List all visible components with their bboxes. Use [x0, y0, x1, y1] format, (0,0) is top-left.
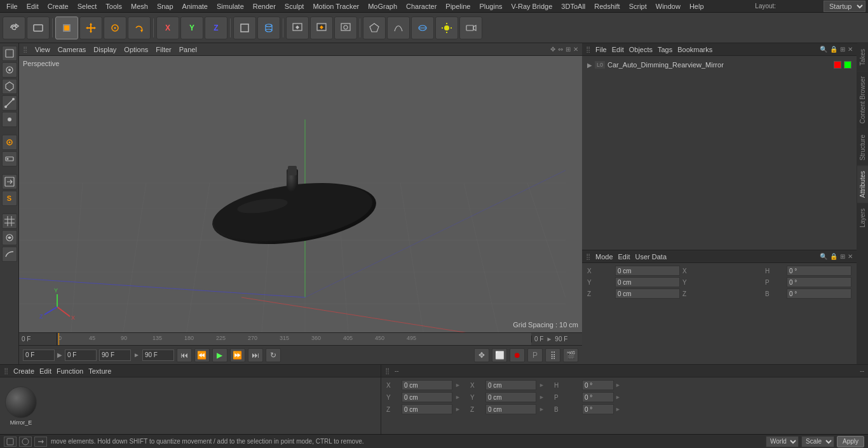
menu-mograph[interactable]: MoGraph — [364, 1, 401, 11]
menu-edit[interactable]: Edit — [23, 1, 43, 11]
y-axis-button[interactable]: Y — [180, 17, 203, 39]
menu-plugins[interactable]: Plugins — [475, 1, 506, 11]
status-icon-1[interactable] — [4, 437, 17, 447]
menu-vray[interactable]: V-Ray Bridge — [508, 1, 557, 11]
attr-b-input[interactable]: 0 ° — [787, 288, 851, 299]
sidebar-poly-btn[interactable] — [2, 79, 17, 94]
attr-menu-edit[interactable]: Edit — [618, 253, 630, 261]
mat-menu-create[interactable]: Create — [13, 367, 34, 375]
record-button[interactable]: ⏺ — [510, 348, 525, 362]
light-button[interactable] — [435, 17, 458, 39]
menu-sculpt[interactable]: Sculpt — [281, 1, 308, 11]
move-button[interactable] — [79, 17, 102, 39]
cg-h-input[interactable] — [582, 380, 614, 390]
om-lock-icon[interactable]: 🔒 — [830, 46, 837, 53]
camera-button[interactable] — [459, 17, 482, 39]
cg-x2-input[interactable] — [485, 380, 536, 390]
attr-p-input[interactable]: 0 ° — [787, 277, 851, 287]
status-icon-2[interactable] — [19, 437, 32, 447]
attr-search-icon[interactable]: 🔍 — [820, 253, 827, 260]
om-menu-objects[interactable]: Objects — [629, 46, 653, 53]
menu-script[interactable]: Script — [625, 1, 651, 11]
sidebar-point-btn[interactable] — [2, 112, 17, 127]
tab-layers[interactable]: Layers — [857, 203, 868, 233]
viewport[interactable]: X Y Z Perspective Grid Spacing : 10 cm — [19, 56, 582, 332]
undo-button[interactable] — [3, 17, 25, 39]
sidebar-snap-btn[interactable] — [2, 135, 17, 150]
om-expand-icon[interactable]: ⊞ — [840, 46, 845, 53]
attr-menu-mode[interactable]: Mode — [595, 253, 613, 261]
render-output-button[interactable] — [334, 17, 357, 39]
attr-lock-icon[interactable]: 🔒 — [830, 253, 837, 260]
render-view-button[interactable] — [310, 17, 333, 39]
cube-button[interactable] — [233, 17, 256, 39]
sidebar-s-btn[interactable]: S — [2, 191, 17, 206]
frame-current-input[interactable] — [65, 350, 97, 361]
cg-z2-input[interactable] — [485, 404, 536, 414]
om-close-icon[interactable]: ✕ — [848, 46, 853, 53]
autokey-button[interactable]: P — [527, 348, 543, 362]
scale-button[interactable] — [104, 17, 126, 39]
menu-render[interactable]: Render — [249, 1, 280, 11]
frame-end-input[interactable] — [142, 350, 174, 361]
mat-menu-texture[interactable]: Texture — [88, 367, 111, 375]
deformer-button[interactable] — [411, 17, 434, 39]
tab-content-browser[interactable]: Content Browser — [857, 71, 868, 128]
prev-frame-button[interactable]: ⏪ — [194, 348, 210, 362]
viewport-menu-panel[interactable]: Panel — [179, 46, 197, 53]
sidebar-solo-btn[interactable] — [2, 151, 17, 166]
menu-animate[interactable]: Animate — [179, 1, 212, 11]
goto-end-button[interactable]: ⏭ — [248, 348, 263, 362]
motion-btn[interactable]: ⣿ — [545, 348, 560, 362]
sidebar-object-btn[interactable] — [2, 46, 17, 61]
menu-pipeline[interactable]: Pipeline — [442, 1, 474, 11]
cg-y-input[interactable] — [402, 392, 452, 402]
sidebar-edge-btn[interactable] — [2, 95, 17, 111]
menu-mesh[interactable]: Mesh — [127, 1, 152, 11]
om-menu-tags[interactable]: Tags — [658, 46, 672, 53]
om-search-icon[interactable]: 🔍 — [820, 46, 827, 53]
cg-y2-input[interactable] — [485, 392, 536, 402]
timeline-ruler[interactable]: 0 45 90 135 180 225 270 315 360 405 450 … — [57, 333, 531, 345]
attr-menu-userdata[interactable]: User Data — [635, 253, 667, 261]
loop-button[interactable]: ↻ — [266, 348, 281, 362]
frame-start-input[interactable] — [23, 350, 55, 361]
viewport-menu-cameras[interactable]: Cameras — [58, 46, 86, 53]
om-menu-file[interactable]: File — [595, 46, 607, 53]
attr-z-input[interactable]: 0 cm — [615, 288, 680, 299]
viewport-icon-arrows[interactable]: ⇔ — [558, 46, 563, 53]
keyframe-move-button[interactable]: ✥ — [474, 348, 489, 362]
menu-window[interactable]: Window — [652, 1, 684, 11]
layout-select[interactable]: Startup — [824, 1, 865, 12]
apply-button[interactable]: Apply — [837, 436, 864, 447]
object-row-mirror[interactable]: ▶ L0 Car_Auto_Dimming_Rearview_Mirror — [585, 58, 854, 71]
viewport-menu-filter[interactable]: Filter — [156, 46, 171, 53]
x-axis-button[interactable]: X — [156, 17, 179, 39]
viewport-menu-view[interactable]: View — [35, 46, 50, 53]
obj-color-1[interactable] — [834, 61, 841, 69]
menu-tools[interactable]: Tools — [102, 1, 126, 11]
tab-structure[interactable]: Structure — [857, 129, 868, 166]
z-axis-button[interactable]: Z — [205, 17, 227, 39]
menu-help[interactable]: Help — [686, 1, 708, 11]
menu-file[interactable]: File — [3, 1, 22, 11]
scale-select[interactable]: Scale — [801, 436, 834, 447]
menu-create[interactable]: Create — [44, 1, 72, 11]
attr-close-icon[interactable]: ✕ — [848, 253, 853, 260]
attr-x-input[interactable]: 0 cm — [615, 266, 680, 276]
mat-menu-function[interactable]: Function — [57, 367, 83, 375]
cg-x-input[interactable] — [402, 380, 452, 390]
menu-redshift[interactable]: Redshift — [590, 1, 623, 11]
menu-motion-tracker[interactable]: Motion Tracker — [309, 1, 363, 11]
status-icon-3[interactable] — [34, 437, 47, 447]
obj-color-2[interactable] — [844, 61, 851, 69]
material-item-mirror[interactable]: Mirror_E — [5, 386, 37, 426]
cg-z-input[interactable] — [402, 404, 452, 414]
redo-button[interactable] — [27, 17, 50, 39]
menu-snap[interactable]: Snap — [153, 1, 177, 11]
attr-y-input[interactable]: 0 cm — [615, 277, 680, 287]
world-select[interactable]: World — [766, 436, 799, 447]
sidebar-texture-btn[interactable] — [2, 62, 17, 78]
rotate-button[interactable] — [128, 17, 151, 39]
model-mode-button[interactable] — [55, 17, 78, 39]
